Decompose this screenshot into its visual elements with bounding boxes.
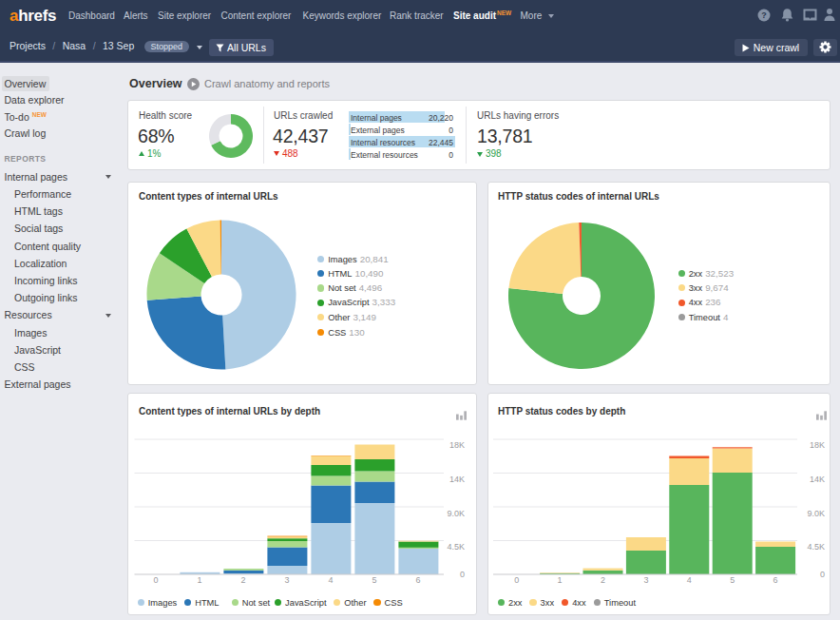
svg-text:?: ? <box>761 10 767 20</box>
